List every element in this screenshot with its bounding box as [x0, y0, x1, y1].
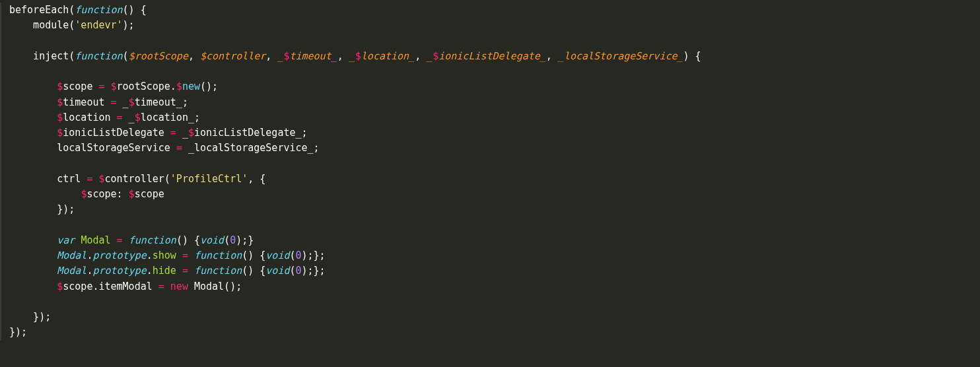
code-line[interactable]: $scope: $scope: [9, 187, 980, 202]
code-token: [111, 234, 117, 246]
code-token: =: [158, 281, 164, 292]
code-token: $: [176, 81, 182, 92]
code-token: $rootScope: [129, 50, 188, 62]
code-line[interactable]: });: [9, 202, 980, 217]
code-token: _: [123, 112, 135, 123]
code-area[interactable]: beforeEach(function() { module('endevr')…: [9, 3, 980, 341]
code-editor[interactable]: beforeEach(function() { module('endevr')…: [0, 3, 980, 341]
code-line[interactable]: [9, 218, 980, 233]
code-token: Modal: [81, 234, 110, 246]
code-line[interactable]: [9, 156, 980, 172]
code-token: 'endevr': [75, 19, 122, 31]
gutter: [0, 3, 7, 341]
code-token: $: [98, 173, 104, 185]
code-token: $: [57, 281, 63, 292]
code-token: );};: [302, 265, 326, 277]
code-line[interactable]: localStorageService = _localStorageServi…: [9, 141, 980, 156]
code-token: Modal: [57, 250, 87, 261]
code-token: $: [111, 81, 117, 92]
code-token: function: [194, 250, 242, 261]
code-token: ();: [200, 81, 218, 92]
code-token: ,: [546, 50, 558, 62]
code-token: _: [117, 96, 129, 108]
code-token: [9, 188, 81, 200]
code-token: [9, 96, 57, 108]
code-token: new: [182, 81, 200, 92]
code-token: =: [170, 127, 176, 139]
code-token: =: [98, 81, 104, 92]
code-token: $: [57, 96, 63, 108]
code-token: );: [123, 19, 135, 31]
code-token: var: [57, 234, 75, 246]
code-token: =: [176, 142, 182, 154]
code-token: =: [117, 234, 123, 246]
code-token: );};: [302, 250, 326, 261]
code-token: ,: [415, 50, 427, 62]
code-token: =: [182, 250, 188, 261]
code-token: () {: [242, 250, 265, 261]
code-token: ,: [265, 50, 277, 62]
code-token: $: [135, 112, 141, 123]
code-token: hide: [153, 265, 176, 277]
code-token: [188, 265, 194, 277]
code-token: _: [427, 50, 433, 62]
code-line[interactable]: });: [9, 325, 980, 340]
code-line[interactable]: ctrl = $controller('ProfileCtrl', {: [9, 172, 980, 187]
code-line[interactable]: $location = _$location_;: [9, 110, 980, 125]
code-token: prototype: [92, 250, 146, 261]
code-line[interactable]: $scope = $rootScope.$new();: [9, 79, 980, 94]
code-token: controller(: [105, 173, 170, 185]
code-token: void: [265, 250, 289, 261]
code-token: .: [147, 250, 153, 261]
code-token: module(: [9, 19, 75, 31]
code-line[interactable]: });: [9, 310, 980, 325]
code-token: function: [75, 4, 122, 16]
code-line[interactable]: inject(function($rootScope, $controller,…: [9, 49, 980, 64]
code-token: location_;: [141, 112, 200, 123]
code-token: (: [123, 50, 129, 62]
code-token: [105, 81, 111, 92]
code-token: beforeEach(: [9, 4, 75, 16]
code-line[interactable]: Modal.prototype.show = function() {void(…: [9, 248, 980, 263]
code-token: [9, 281, 57, 292]
code-token: function: [129, 234, 176, 246]
code-token: =: [182, 265, 188, 277]
code-token: function: [194, 265, 242, 277]
code-token: [9, 112, 57, 123]
code-token: 0: [296, 265, 302, 277]
code-token: =: [111, 96, 117, 108]
code-token: ctrl: [9, 173, 87, 185]
code-token: ionicListDelegate: [63, 127, 170, 139]
code-token: ,: [337, 50, 349, 62]
code-token: ,: [188, 50, 200, 62]
code-token: location: [63, 112, 116, 123]
code-token: timeout: [63, 96, 110, 108]
code-line[interactable]: module('endevr');: [9, 18, 980, 33]
code-token: show: [153, 250, 176, 261]
code-line[interactable]: [9, 294, 980, 310]
code-line[interactable]: Modal.prototype.hide = function() {void(…: [9, 263, 980, 279]
code-line[interactable]: $scope.itemModal = new Modal();: [9, 279, 980, 294]
code-token: (: [224, 234, 230, 246]
code-token: timeout_;: [135, 96, 188, 108]
code-token: _localStorageService_;: [182, 142, 320, 154]
code-token: =: [117, 112, 123, 123]
code-token: timeout_: [289, 50, 337, 62]
code-token: });: [9, 311, 51, 323]
code-token: (: [289, 250, 295, 261]
code-token: [176, 265, 182, 277]
code-token: void: [200, 234, 224, 246]
code-token: inject(: [9, 50, 75, 62]
code-line[interactable]: [9, 64, 980, 79]
code-line[interactable]: $timeout = _$timeout_;: [9, 95, 980, 110]
code-token: ) {: [683, 50, 701, 62]
code-line[interactable]: beforeEach(function() {: [9, 3, 980, 18]
code-token: Modal();: [188, 281, 242, 292]
code-line[interactable]: [9, 34, 980, 49]
code-token: $: [57, 81, 63, 92]
code-line[interactable]: $ionicListDelegate = _$ionicListDelegate…: [9, 125, 980, 141]
code-token: () {: [176, 234, 200, 246]
code-token: _: [176, 127, 188, 139]
code-line[interactable]: var Modal = function() {void(0);}: [9, 233, 980, 248]
code-token: () {: [242, 265, 265, 277]
